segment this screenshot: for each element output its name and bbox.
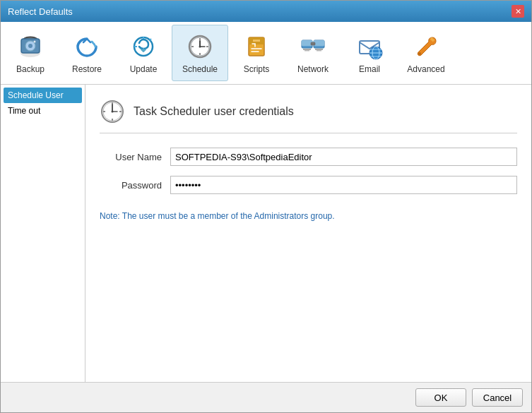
footer: OK Cancel [1, 382, 531, 412]
svg-rect-34 [317, 50, 321, 52]
svg-point-43 [418, 52, 421, 55]
network-icon [298, 32, 328, 61]
panel-header: Task Scheduler user credentials [100, 99, 517, 124]
toolbar-scripts-label: Scripts [244, 64, 270, 74]
svg-point-21 [199, 46, 201, 48]
toolbar-item-restore[interactable]: Restore [59, 25, 115, 81]
sidebar-item-schedule-user[interactable]: Schedule User [4, 88, 82, 103]
svg-rect-33 [315, 49, 323, 50]
toolbar-restore-label: Restore [72, 64, 102, 74]
toolbar-item-update[interactable]: Update [115, 25, 172, 81]
restore-icon [72, 32, 102, 61]
scripts-icon [242, 32, 271, 61]
toolbar-update-label: Update [130, 64, 158, 74]
sidebar: Schedule User Time out [1, 85, 85, 382]
toolbar-item-backup[interactable]: Backup [2, 25, 59, 81]
clock-icon [100, 99, 125, 124]
svg-point-49 [112, 111, 114, 113]
username-input[interactable] [170, 148, 517, 166]
sidebar-item-timeout[interactable]: Time out [4, 103, 82, 119]
toolbar-item-email[interactable]: Email [341, 25, 398, 81]
main-panel: Task Scheduler user credentials User Nam… [85, 85, 531, 382]
dialog-window: Reflect Defaults ✕ Backup [0, 0, 532, 413]
toolbar-advanced-label: Advanced [407, 64, 444, 74]
toolbar-item-network[interactable]: Network [285, 25, 341, 81]
content-area: Schedule User Time out [1, 85, 531, 382]
password-label: Password [100, 180, 170, 191]
toolbar-backup-label: Backup [16, 64, 45, 74]
username-row: User Name [100, 148, 517, 166]
svg-rect-30 [305, 50, 309, 52]
password-input[interactable] [170, 176, 517, 194]
email-icon [355, 32, 384, 61]
panel-header-title: Task Scheduler user credentials [134, 105, 294, 118]
toolbar: Backup Restore [1, 22, 531, 85]
svg-point-8 [34, 41, 36, 43]
svg-marker-26 [253, 40, 260, 42]
note-body: The user must be a member of the Adminis… [122, 211, 335, 221]
title-bar: Reflect Defaults ✕ [1, 1, 531, 22]
svg-point-7 [28, 44, 32, 48]
toolbar-email-label: Email [359, 64, 380, 74]
schedule-icon [185, 32, 215, 61]
dialog-title: Reflect Defaults [8, 6, 73, 17]
note-prefix: Note: [100, 211, 122, 221]
toolbar-item-advanced[interactable]: Advanced [398, 25, 454, 81]
toolbar-network-label: Network [297, 64, 329, 74]
toolbar-item-scripts[interactable]: Scripts [228, 25, 285, 81]
cancel-button[interactable]: Cancel [472, 388, 523, 407]
username-label: User Name [100, 152, 170, 162]
svg-line-12 [150, 39, 151, 40]
backup-icon [16, 32, 45, 61]
svg-rect-29 [303, 49, 311, 50]
panel-divider [100, 133, 517, 133]
note-text: Note: The user must be a member of the A… [100, 211, 517, 221]
toolbar-item-schedule[interactable]: Schedule [172, 25, 228, 81]
ok-button[interactable]: OK [415, 388, 466, 407]
svg-rect-36 [311, 42, 315, 45]
advanced-icon [411, 32, 441, 61]
password-row: Password [100, 176, 517, 194]
update-icon [129, 32, 158, 61]
toolbar-schedule-label: Schedule [182, 64, 218, 74]
close-button[interactable]: ✕ [512, 5, 524, 18]
